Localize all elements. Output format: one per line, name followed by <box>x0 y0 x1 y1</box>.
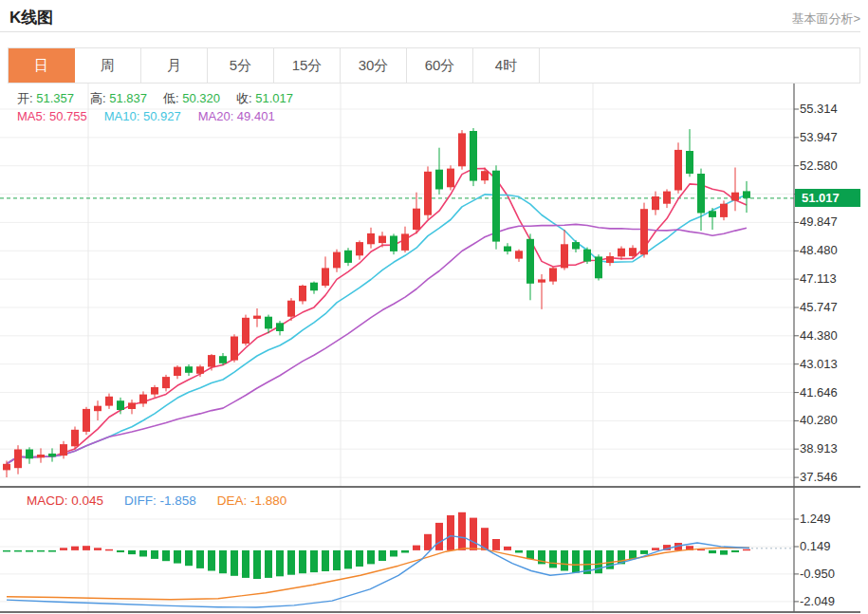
legend-item: 开: 51.357 <box>17 90 74 107</box>
legend-item: MA5: 50.755 <box>17 109 87 123</box>
axis-tick-label: 49.847 <box>800 215 862 229</box>
legend-item: 低: 50.320 <box>163 90 220 107</box>
axis-tick-label: -0.950 <box>800 567 862 581</box>
axis-tick-label: 43.013 <box>800 358 862 371</box>
macd-legend: MACD: 0.045DIFF: -1.858DEA: -1.880 <box>27 493 286 508</box>
axis-tick-label: 44.380 <box>800 329 862 343</box>
legend-item: DEA: -1.880 <box>217 493 287 508</box>
legend-item: MA20: 49.401 <box>198 109 275 123</box>
axis-tick-label: 40.280 <box>800 414 862 427</box>
axis-tick-label: 0.149 <box>800 540 862 553</box>
legend-item: DIFF: -1.858 <box>124 493 196 508</box>
axis-tick-label: -2.049 <box>800 595 862 608</box>
axis-tick-label: 37.546 <box>800 471 862 484</box>
legend-item: MACD: 0.045 <box>27 493 103 508</box>
kline-page: K线图 基本面分析> 日周月5分15分30分60分4时 开: 51.357高: … <box>0 0 868 614</box>
legend-item: MA10: 50.927 <box>104 109 181 123</box>
axis-tick-label: 45.747 <box>800 301 862 314</box>
legend-item: 收: 51.017 <box>236 90 293 107</box>
axis-tick-label: 38.913 <box>800 442 862 456</box>
ohlc-legend: 开: 51.357高: 51.837低: 50.320收: 51.017 <box>17 90 293 107</box>
axis-tick-label: 1.249 <box>800 512 862 526</box>
axis-tick-label: 55.314 <box>800 102 862 116</box>
legend-item: 高: 51.837 <box>90 90 147 107</box>
axis-tick-label: 48.480 <box>800 244 862 257</box>
axis-tick-label: 41.646 <box>800 386 862 400</box>
axis-tick-label: 52.580 <box>800 159 862 173</box>
ma-legend: MA5: 50.755MA10: 50.927MA20: 49.401 <box>17 109 275 123</box>
axis-tick-label: 53.947 <box>800 131 862 144</box>
current-price-badge: 51.017 <box>795 189 860 207</box>
axis-tick-label: 47.113 <box>800 272 862 286</box>
